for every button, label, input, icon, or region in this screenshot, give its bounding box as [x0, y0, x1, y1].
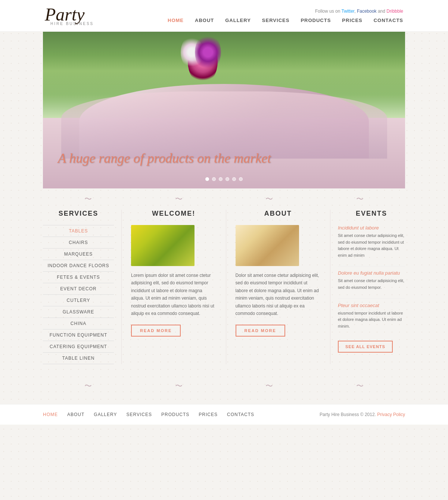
- social-line: Follow us on Twitter, Facebook and Dribb…: [315, 9, 403, 14]
- service-table-linen[interactable]: TABLE LINEN: [43, 353, 114, 364]
- welcome-text: Lorem ipsum dolor sit amet conse ctetur …: [131, 272, 217, 317]
- about-image: [236, 225, 299, 266]
- dribbble-link[interactable]: Dribbble: [386, 9, 403, 14]
- nav-prices[interactable]: PRICES: [342, 18, 362, 23]
- footer-nav-prices[interactable]: PRICES: [199, 412, 218, 417]
- event-text-2: Sit amet conse ctetur adipisicing elit, …: [338, 278, 405, 291]
- swirl-3: 〜: [265, 194, 273, 204]
- service-glassware[interactable]: GLASSWARE: [43, 306, 114, 318]
- privacy-policy-link[interactable]: Privacy Policy: [377, 412, 405, 417]
- footer-copyright: Party Hire Business © 2012. Privacy Poli…: [320, 412, 405, 417]
- service-marquees[interactable]: MARQUEES: [43, 249, 114, 260]
- welcome-read-more[interactable]: READ MORE: [131, 325, 181, 337]
- top-divider: 〜 〜 〜 〜: [0, 188, 448, 210]
- copyright-text: Party Hire Business © 2012.: [320, 412, 376, 417]
- bottom-section-divider: 〜 〜 〜 〜: [0, 375, 448, 397]
- nav-about[interactable]: ABOUT: [195, 18, 214, 23]
- footer-nav-services[interactable]: SERVICES: [127, 412, 152, 417]
- event-divider-1: [338, 266, 405, 266]
- flower-arrangement-3: [195, 34, 221, 71]
- about-text: Dolor sit amet conse ctetur adipisicing …: [236, 272, 321, 317]
- about-column: ABOUT Dolor sit amet conse ctetur adipis…: [226, 210, 331, 364]
- service-function-equipment[interactable]: FUNCTION EQUIPMENT: [43, 329, 114, 341]
- footer-nav-home[interactable]: HOME: [43, 412, 58, 417]
- bottom-swirl-1: 〜: [84, 381, 92, 391]
- bottom-swirl-4: 〜: [356, 381, 364, 391]
- social-follow-text: Follow us on: [315, 9, 340, 14]
- see-all-events-button[interactable]: SEE ALL EVENTS: [338, 341, 393, 353]
- logo-text: Party: [45, 6, 94, 24]
- footer-nav-products[interactable]: PRODUCTS: [161, 412, 189, 417]
- nav-products[interactable]: PRODUCTS: [301, 18, 331, 23]
- event-divider-2: [338, 299, 405, 299]
- event-item-3: Pteur sint occaecat eiusmod tempor incid…: [338, 303, 405, 330]
- events-column: EVENTS Incididunt ut labore Sit amet con…: [330, 210, 405, 364]
- main-nav: HOME ABOUT GALLERY SERVICES PRODUCTS PRI…: [168, 18, 403, 23]
- header: Party HIRE BUSINESS Follow us on Twitter…: [0, 0, 448, 32]
- swirl-2: 〜: [175, 194, 183, 204]
- service-event-decor[interactable]: EVENT DECOR: [43, 283, 114, 295]
- about-read-more[interactable]: READ MORE: [236, 325, 285, 337]
- event-text-1: Sit amet conse ctetur adipisicing elit, …: [338, 232, 405, 259]
- header-right: Follow us on Twitter, Facebook and Dribb…: [168, 9, 403, 23]
- service-chairs[interactable]: CHAIRS: [43, 237, 114, 249]
- dot-5[interactable]: [232, 177, 236, 181]
- nav-services[interactable]: SERVICES: [262, 18, 290, 23]
- bottom-swirl-3: 〜: [265, 381, 273, 391]
- hero-caption-highlight: products on the market: [147, 151, 271, 166]
- footer: HOME ABOUT GALLERY SERVICES PRODUCTS PRI…: [0, 404, 448, 425]
- footer-nav-contacts[interactable]: CONTACTS: [227, 412, 254, 417]
- services-title: SERVICES: [43, 210, 114, 218]
- event-item-1: Incididunt ut labore Sit amet conse ctet…: [338, 225, 405, 259]
- hero-caption-plain: A huge range of: [58, 151, 144, 166]
- services-list: TABLES CHAIRS MARQUEES INDOOR DANCE FLOO…: [43, 225, 114, 364]
- logo-sub: HIRE BUSINESS: [50, 22, 94, 26]
- welcome-title: WELCOME!: [131, 210, 217, 218]
- bottom-swirl-2: 〜: [175, 381, 183, 391]
- welcome-column: WELCOME! Lorem ipsum dolor sit amet cons…: [121, 210, 226, 364]
- service-indoor-dance-floors[interactable]: INDOOR DANCE FLOORS: [43, 260, 114, 272]
- footer-nav: HOME ABOUT GALLERY SERVICES PRODUCTS PRI…: [43, 412, 254, 417]
- logo-area: Party HIRE BUSINESS: [45, 6, 94, 26]
- event-title-2: Dolore eu fugiat nulla pariatu: [338, 270, 405, 276]
- about-title: ABOUT: [236, 210, 321, 218]
- slider-dots: [205, 177, 243, 181]
- dot-3[interactable]: [219, 177, 223, 181]
- facebook-link[interactable]: Facebook: [357, 9, 377, 14]
- table-cloth-overlay: [61, 91, 387, 159]
- dot-1[interactable]: [205, 177, 209, 181]
- event-text-3: eiusmod tempor incididunt ut labore et d…: [338, 310, 405, 330]
- service-china[interactable]: CHINA: [43, 318, 114, 329]
- footer-nav-about[interactable]: ABOUT: [67, 412, 84, 417]
- event-title-3: Pteur sint occaecat: [338, 303, 405, 308]
- dot-2[interactable]: [212, 177, 216, 181]
- swirl-4: 〜: [356, 194, 364, 204]
- services-column: SERVICES TABLES CHAIRS MARQUEES INDOOR D…: [43, 210, 121, 364]
- social-and: and: [378, 9, 386, 14]
- event-item-2: Dolore eu fugiat nulla pariatu Sit amet …: [338, 270, 405, 291]
- dot-6[interactable]: [239, 177, 243, 181]
- dot-4[interactable]: [225, 177, 229, 181]
- hero-caption: A huge range of products on the market: [58, 150, 271, 166]
- twitter-link[interactable]: Twitter: [342, 9, 355, 14]
- footer-nav-gallery[interactable]: GALLERY: [94, 412, 117, 417]
- welcome-image: [131, 225, 195, 266]
- swirl-1: 〜: [84, 194, 92, 204]
- nav-home[interactable]: HOME: [168, 18, 184, 23]
- hero-caption-area: A huge range of products on the market: [58, 150, 271, 166]
- hero-slider: A huge range of products on the market: [43, 32, 405, 188]
- nav-gallery[interactable]: GALLERY: [225, 18, 251, 23]
- events-title: EVENTS: [338, 210, 405, 218]
- service-tables[interactable]: TABLES: [43, 225, 114, 237]
- service-catering-equipment[interactable]: CATERING EQUIPMENT: [43, 341, 114, 353]
- service-cutlery[interactable]: CUTLERY: [43, 295, 114, 306]
- service-fetes-events[interactable]: FETES & EVENTS: [43, 272, 114, 283]
- main-content: SERVICES TABLES CHAIRS MARQUEES INDOOR D…: [43, 210, 405, 364]
- event-title-1: Incididunt ut labore: [338, 225, 405, 231]
- nav-contacts[interactable]: CONTACTS: [374, 18, 403, 23]
